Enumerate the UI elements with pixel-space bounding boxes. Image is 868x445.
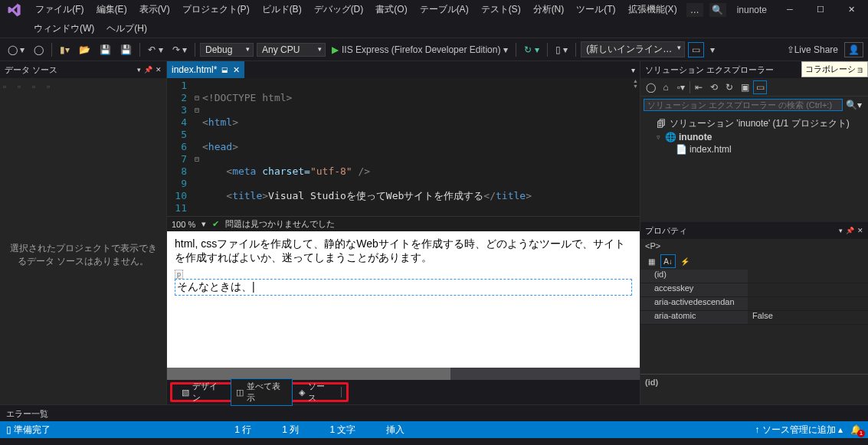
open-icon[interactable]: 📂 (76, 43, 93, 57)
zoom-level[interactable]: 100 % (172, 220, 195, 229)
maximize-icon[interactable]: ☐ (805, 0, 836, 19)
pointer-icon[interactable]: ▯ ▾ (552, 43, 571, 57)
menu-test[interactable]: テスト(S) (475, 2, 527, 18)
p-tag-badge: p (175, 270, 183, 279)
close-icon[interactable]: ✕ (857, 227, 863, 234)
close-icon[interactable]: ✕ (836, 0, 866, 19)
menu-debug[interactable]: デバッグ(D) (308, 2, 370, 18)
menu-build[interactable]: ビルド(B) (256, 2, 308, 18)
tab-design[interactable]: ▧デザイン (177, 379, 229, 405)
title-ellipsis[interactable]: … (686, 3, 703, 17)
pin-icon[interactable]: 📌 (144, 66, 152, 74)
scope-icon[interactable]: ▫▾ (674, 80, 688, 94)
menu-view[interactable]: 表示(V) (133, 2, 176, 18)
design-paragraph-2[interactable]: そんなときは、| (175, 279, 632, 296)
menu-tools[interactable]: ツール(T) (570, 2, 621, 18)
tab-dropdown-icon[interactable]: ▾ (631, 66, 640, 74)
platform-dropdown[interactable]: Any CPU (257, 43, 326, 57)
menu-edit[interactable]: 編集(E) (90, 2, 133, 18)
notification-icon[interactable]: 🔔 (850, 424, 862, 435)
nav-back-icon[interactable]: ◯ ▾ (5, 43, 28, 57)
view-mode-tabs: ▧デザイン ◫並べて表示 ◈ソース (170, 382, 349, 402)
dropdown-icon[interactable]: ▾ (707, 43, 718, 57)
tab-split[interactable]: ◫並べて表示 (231, 378, 293, 406)
solution-search-input[interactable] (644, 99, 843, 111)
minimize-icon[interactable]: ─ (775, 0, 805, 19)
collapse-icon[interactable]: ⇤ (692, 80, 706, 94)
close-icon[interactable]: ✕ (156, 66, 162, 74)
preview-icon[interactable]: ▭ (753, 80, 767, 94)
solution-explorer-title: ソリューション エクスプローラー (645, 64, 774, 76)
pin-icon[interactable]: 📌 (846, 227, 854, 234)
search-icon[interactable]: 🔍▾ (843, 100, 865, 110)
home-icon[interactable]: ◯ (644, 80, 657, 94)
file-tab-index[interactable]: index.html* ⬓ ✕ (167, 61, 244, 78)
vs-logo-icon (6, 2, 21, 18)
sync-icon[interactable]: ⟲ (707, 80, 721, 94)
search-icon[interactable]: 🔍 (709, 3, 726, 17)
dropdown-icon[interactable]: ▾ (839, 227, 843, 234)
undo-icon[interactable]: ↶ ▾ (145, 43, 165, 57)
split-icon: ◫ (236, 388, 244, 398)
status-line: 1 行 (234, 424, 251, 437)
refresh-icon[interactable]: ↻ ▾ (521, 43, 542, 57)
pin-icon[interactable]: ⬓ (221, 66, 228, 74)
design-paragraph-1[interactable]: html, cssファイルを作成して、静的なWebサイトを作成する時、どのような… (175, 237, 632, 265)
tab-source[interactable]: ◈ソース (294, 379, 336, 405)
menu-format[interactable]: 書式(O) (369, 2, 413, 18)
html-file-icon: 📄 (676, 144, 686, 155)
live-share-button[interactable]: ⇪ Live Share (784, 43, 841, 57)
config-dropdown[interactable]: Debug (200, 43, 254, 57)
code-editor[interactable]: <!DOCTYPE html> <html> <head> <meta char… (202, 78, 640, 216)
play-icon: ▶ (332, 44, 339, 55)
property-grid[interactable]: (id) accesskey aria-activedescendan aria… (640, 270, 868, 374)
inline-dropdown[interactable]: (新しいインライン… (581, 41, 685, 57)
properties-title: プロパティ (645, 225, 687, 237)
solution-tree[interactable]: 🗐ソリューション 'inunote' (1/1 プロジェクト) ▿🌐inunot… (640, 113, 868, 222)
dropdown-icon[interactable]: ▾ (137, 66, 141, 74)
fold-gutter[interactable]: ⊟⊟⊟ (192, 78, 202, 216)
db-icon: ▫ (18, 81, 30, 93)
design-icon: ▧ (182, 388, 189, 398)
alphabetical-icon[interactable]: A↓ (660, 254, 676, 268)
check-icon: ✔ (212, 219, 219, 229)
run-button[interactable]: ▶IIS Express (Firefox Developer Edition)… (329, 43, 511, 57)
source-icon: ◈ (299, 388, 305, 398)
menu-extensions[interactable]: 拡張機能(X) (622, 2, 683, 18)
menu-project[interactable]: プロジェクト(P) (176, 2, 256, 18)
nav-fwd-icon[interactable]: ◯ (31, 43, 47, 57)
split-down-icon[interactable]: ▼ (633, 83, 638, 89)
status-col: 1 列 (282, 424, 299, 437)
save-all-icon[interactable]: 💾 (117, 43, 135, 57)
menu-help[interactable]: ヘルプ(H) (100, 21, 153, 37)
globe-icon: 🌐 (665, 132, 676, 142)
list-icon: ▫ (47, 81, 59, 93)
feedback-icon[interactable]: 👤 (844, 42, 863, 57)
menu-table[interactable]: テーブル(A) (414, 2, 475, 18)
menu-file[interactable]: ファイル(F) (29, 2, 90, 18)
screen-icon[interactable]: ▭ (688, 42, 704, 57)
status-scm[interactable]: ↑ ソース管理に追加 ▴ (755, 424, 843, 437)
new-item-icon[interactable]: ▮▾ (57, 43, 73, 57)
menu-window[interactable]: ウィンドウ(W) (28, 21, 100, 37)
menu-analyze[interactable]: 分析(N) (527, 2, 571, 18)
add-icon: ▫ (3, 81, 15, 93)
events-icon[interactable]: ⚡ (677, 254, 693, 268)
save-icon[interactable]: 💾 (97, 43, 114, 57)
show-all-icon[interactable]: ▣ (738, 80, 752, 94)
issues-label: 問題は見つかりませんでした (225, 218, 335, 230)
refresh-icon[interactable]: ↻ (722, 80, 736, 94)
design-view[interactable]: html, cssファイルを作成して、静的なWebサイトを作成する時、どのような… (167, 231, 640, 368)
solution-icon: 🗐 (656, 119, 667, 129)
data-sources-empty-message: 選択されたプロジェクトで表示できるデータ ソースはありません。 (0, 227, 166, 283)
categorized-icon[interactable]: ▦ (644, 254, 659, 268)
redo-icon[interactable]: ↷ ▾ (169, 43, 190, 57)
data-sources-title: データ ソース (5, 64, 57, 76)
properties-element[interactable]: <P> (640, 239, 868, 253)
home-icon[interactable]: ⌂ (659, 80, 673, 94)
split-up-icon[interactable]: ▲ (633, 78, 638, 83)
error-list-title[interactable]: エラー一覧 (0, 404, 868, 421)
refresh-icon: ▫ (32, 81, 44, 93)
solution-title: inunote (729, 5, 775, 15)
tab-close-icon[interactable]: ✕ (233, 65, 240, 75)
